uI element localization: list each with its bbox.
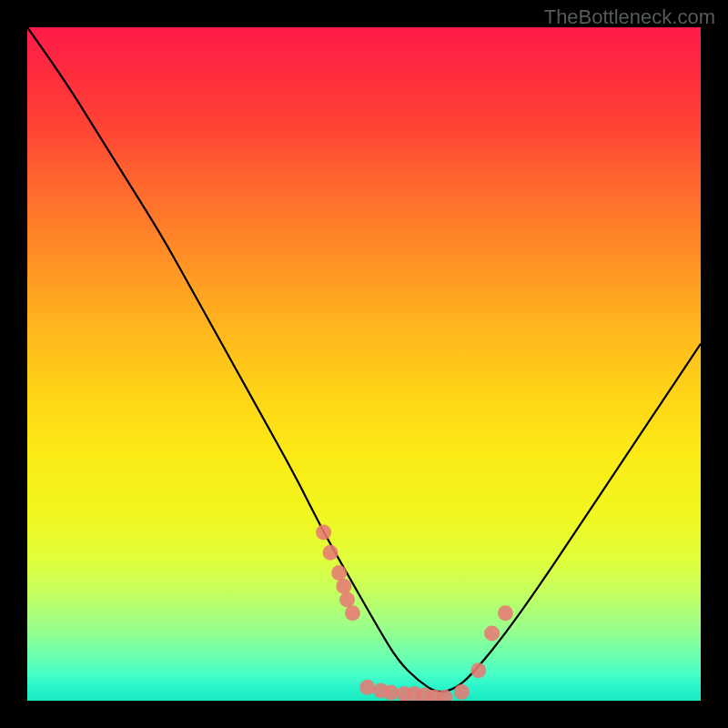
data-point — [470, 662, 486, 678]
data-point — [316, 525, 331, 541]
data-point — [454, 684, 470, 700]
chart-container: TheBottleneck.com — [0, 0, 728, 728]
plot-area — [27, 27, 701, 701]
data-point — [345, 605, 360, 621]
curve-layer — [27, 27, 701, 701]
data-point — [359, 680, 375, 695]
data-point — [383, 685, 399, 701]
data-point — [331, 565, 347, 581]
data-point — [323, 545, 339, 561]
watermark-text: TheBottleneck.com — [544, 5, 715, 29]
data-point — [339, 592, 355, 608]
data-point — [336, 579, 351, 594]
data-point — [484, 626, 500, 642]
bottleneck-curve — [27, 27, 701, 692]
data-point — [498, 605, 513, 621]
